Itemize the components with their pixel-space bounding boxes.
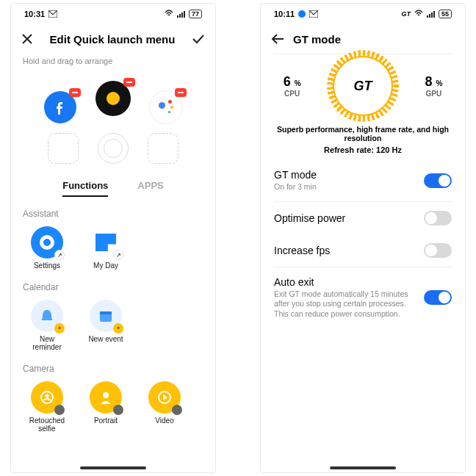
refresh-rate: Refresh rate: 120 Hz — [261, 144, 465, 160]
battery-indicator: 77 — [189, 10, 202, 18]
section-camera: Camera — [11, 359, 215, 378]
app-vinyl[interactable] — [95, 81, 131, 116]
toggle-auto-exit[interactable] — [424, 290, 452, 305]
status-bar: 10:31 77 — [11, 4, 215, 24]
remove-icon[interactable] — [175, 88, 187, 97]
toggle-optimise-power[interactable] — [424, 211, 452, 226]
battery-indicator: 55 — [439, 10, 452, 18]
phone-gt-mode: 10:11 GT 55 GT mode 6 % CPU GT 8 % GPU S… — [260, 3, 466, 473]
hint-text: Hold and drag to arrange — [11, 54, 215, 71]
gmail-icon — [309, 10, 318, 18]
cpu-stat: 6 % CPU — [284, 74, 301, 98]
selfie-icon — [31, 381, 63, 414]
portrait-icon — [90, 381, 122, 414]
toggle-increase-fps[interactable] — [424, 243, 452, 258]
empty-slot[interactable] — [48, 133, 79, 164]
item-settings[interactable]: ↗ Settings — [24, 226, 70, 270]
nav-handle[interactable] — [330, 466, 396, 469]
item-new-reminder[interactable]: + New reminder — [24, 300, 70, 352]
section-assistant: Assistant — [11, 204, 215, 223]
header: Edit Quick launch menu — [11, 24, 215, 54]
messenger-icon — [298, 10, 306, 18]
tab-apps[interactable]: APPS — [137, 180, 163, 197]
stats-row: 6 % CPU GT 8 % GPU — [261, 54, 465, 118]
status-time: 10:11 — [274, 10, 295, 18]
center-slot[interactable] — [98, 133, 129, 164]
item-retouched-selfie[interactable]: Retouched selfie — [24, 381, 70, 433]
item-video[interactable]: Video — [142, 381, 187, 433]
row-optimise-power: Optimise power — [261, 202, 465, 234]
svg-point-4 — [46, 394, 49, 397]
signal-icon — [177, 11, 185, 18]
gt-status-icon: GT — [401, 10, 411, 18]
gmail-icon — [48, 10, 57, 18]
page-title: Edit Quick launch menu — [42, 33, 183, 46]
remove-icon[interactable] — [123, 78, 135, 87]
wifi-icon — [165, 10, 173, 18]
arrange-area — [11, 71, 215, 129]
section-calendar: Calendar — [11, 278, 215, 297]
reminder-icon: + — [31, 300, 63, 332]
app-google-assistant[interactable] — [150, 91, 182, 123]
settings-icon: ↗ — [31, 226, 63, 259]
wifi-icon — [414, 10, 423, 18]
gpu-stat: 8 % GPU — [425, 74, 442, 98]
status-bar: 10:11 GT 55 — [261, 4, 465, 24]
empty-slot[interactable] — [148, 133, 178, 164]
item-new-event[interactable]: + New event — [83, 300, 129, 352]
app-facebook[interactable] — [44, 91, 76, 123]
my-day-icon: ↗ — [90, 226, 122, 259]
row-auto-exit: Auto exitExit GT mode automatically 15 m… — [261, 267, 465, 328]
confirm-icon[interactable] — [192, 34, 205, 44]
item-my-day[interactable]: ↗ My Day — [83, 226, 129, 270]
item-portrait[interactable]: Portrait — [83, 381, 129, 433]
nav-handle[interactable] — [80, 466, 146, 469]
tab-functions[interactable]: Functions — [62, 180, 108, 197]
tab-bar: Functions APPS — [11, 177, 215, 204]
video-icon — [148, 381, 181, 414]
phone-edit-quick-launch: 10:31 77 Edit Quick launch menu Hold and… — [10, 3, 216, 473]
event-icon: + — [90, 300, 122, 332]
row-gt-mode: GT modeOn for 3 min — [261, 160, 465, 201]
row-increase-fps: Increase fps — [261, 234, 465, 267]
page-title: GT mode — [293, 33, 341, 46]
remove-icon[interactable] — [69, 88, 81, 97]
gt-dial: GT — [334, 57, 392, 115]
svg-rect-2 — [100, 311, 112, 314]
svg-point-5 — [103, 392, 109, 398]
signal-icon — [427, 11, 435, 18]
header: GT mode — [261, 24, 465, 54]
slot-row — [11, 129, 215, 177]
back-icon[interactable] — [271, 34, 284, 44]
close-icon[interactable] — [21, 33, 33, 45]
status-time: 10:31 — [24, 10, 45, 18]
toggle-gt-mode[interactable] — [424, 173, 452, 188]
